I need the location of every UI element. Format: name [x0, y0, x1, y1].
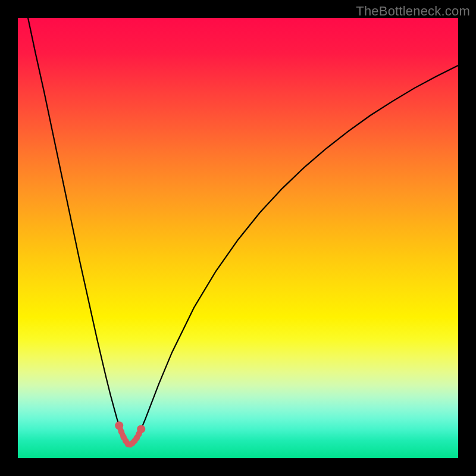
minimum-marker-dots: [115, 421, 145, 447]
chart-svg: [18, 18, 458, 458]
curve-left-branch: [28, 18, 129, 445]
curve-right-branch: [129, 65, 458, 445]
minimum-marker-dot: [137, 425, 145, 433]
watermark-text: TheBottleneck.com: [356, 4, 470, 19]
minimum-marker-dot: [115, 421, 123, 430]
chart-plot-area: [18, 18, 458, 458]
minimum-marker-dot: [118, 428, 124, 434]
chart-frame: TheBottleneck.com: [0, 0, 476, 476]
